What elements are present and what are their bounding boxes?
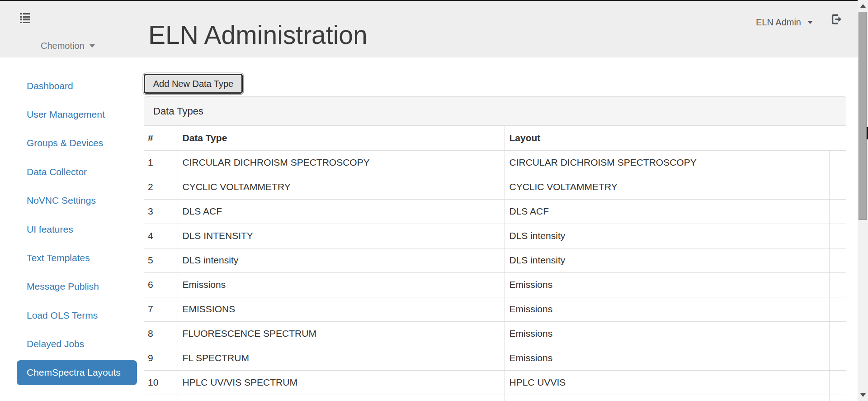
cell-layout: Emissions <box>505 272 829 297</box>
add-new-data-type-button[interactable]: Add New Data Type <box>144 74 243 94</box>
sidebar-item-ui-features[interactable]: UI features <box>17 215 137 243</box>
cell-empty <box>505 395 829 401</box>
cell-data-type: DLS INTENSITY <box>178 224 505 248</box>
scroll-down-arrow-icon[interactable] <box>858 389 868 401</box>
table-body: 1CIRCULAR DICHROISM SPECTROSCOPYCIRCULAR… <box>144 150 846 401</box>
page-title: ELN Administration <box>148 20 368 50</box>
table-row: 3DLS ACFDLS ACF <box>144 199 846 224</box>
cell-data-type: CIRCULAR DICHROISM SPECTROSCOPY <box>178 150 505 175</box>
sidebar-item-label: Message Publish <box>27 281 99 292</box>
scroll-up-arrow-icon[interactable] <box>858 0 868 12</box>
cell-num: 6 <box>144 272 178 297</box>
table-row: 2CYCLIC VOLTAMMETRYCYCLIC VOLTAMMETRY <box>144 175 846 199</box>
user-menu-dropdown[interactable]: ELN Admin <box>756 16 813 29</box>
cell-data-type: EMISSIONS <box>178 297 505 321</box>
cell-layout: CYCLIC VOLTAMMETRY <box>505 175 829 199</box>
cell-data-type: CYCLIC VOLTAMMETRY <box>178 175 505 199</box>
cell-num: 9 <box>144 346 178 370</box>
table-row: 8FLUORESCENCE SPECTRUMEmissions <box>144 321 846 346</box>
cell-actions <box>829 199 846 224</box>
data-types-table: #Data TypeLayout 1CIRCULAR DICHROISM SPE… <box>144 126 846 401</box>
cell-actions <box>829 150 846 175</box>
table-row: 6EmissionsEmissions <box>144 272 846 297</box>
table-row: 4DLS INTENSITYDLS intensity <box>144 224 846 248</box>
cell-data-type: DLS ACF <box>178 199 505 224</box>
cell-layout: Emissions <box>505 321 829 346</box>
sidebar-item-groups-devices[interactable]: Groups & Devices <box>17 129 137 158</box>
cell-data-type: HPLC UV/VIS SPECTRUM <box>178 370 505 395</box>
cell-num: 3 <box>144 199 178 224</box>
user-menu-label: ELN Admin <box>756 16 801 29</box>
brand-dropdown[interactable]: Chemotion <box>41 40 95 51</box>
sidebar-item-text-templates[interactable]: Text Templates <box>17 243 137 272</box>
sidebar-item-label: User Management <box>27 109 105 120</box>
sidebar-item-data-collector[interactable]: Data Collector <box>17 158 137 186</box>
cell-empty <box>178 395 505 401</box>
cell-empty <box>144 395 178 401</box>
sidebar-item-user-management[interactable]: User Management <box>17 100 137 129</box>
column-header-: # <box>144 126 178 150</box>
cell-data-type: FL SPECTRUM <box>178 346 505 370</box>
sidebar-item-novnc-settings[interactable]: NoVNC Settings <box>17 186 137 215</box>
cell-actions <box>829 175 846 199</box>
cell-actions <box>829 272 846 297</box>
sidebar-item-label: UI features <box>27 224 73 235</box>
sidebar-item-chemspectra-layouts[interactable]: ChemSpectra Layouts <box>17 360 137 385</box>
cell-num: 4 <box>144 224 178 248</box>
sign-out-icon[interactable] <box>831 14 842 24</box>
sidebar-item-label: Data Collector <box>27 167 87 177</box>
cell-actions <box>829 346 846 370</box>
cell-actions <box>829 224 846 248</box>
table-row: 5DLS intensityDLS intensity <box>144 248 846 272</box>
list-icon[interactable] <box>20 13 30 23</box>
table-header-row: #Data TypeLayout <box>144 126 846 150</box>
cell-layout: Emissions <box>505 297 829 321</box>
vertical-scrollbar[interactable] <box>858 0 868 401</box>
panel-heading: Data Types <box>144 97 846 126</box>
scrollbar-thumb[interactable] <box>859 12 867 220</box>
cell-data-type: Emissions <box>178 272 505 297</box>
column-header-actions <box>829 126 846 150</box>
sidebar-item-label: NoVNC Settings <box>27 195 96 206</box>
cell-num: 1 <box>144 150 178 175</box>
window-top-edge <box>0 0 868 1</box>
sidebar-item-message-publish[interactable]: Message Publish <box>17 272 137 301</box>
sidebar-item-label: Groups & Devices <box>27 138 103 148</box>
cell-num: 8 <box>144 321 178 346</box>
sidebar-item-delayed-jobs[interactable]: Delayed Jobs <box>17 330 137 358</box>
table-row: 10HPLC UV/VIS SPECTRUMHPLC UVVIS <box>144 370 846 395</box>
cell-layout: HPLC UVVIS <box>505 370 829 395</box>
table-row-partial <box>144 395 846 401</box>
sidebar-item-dashboard[interactable]: Dashboard <box>17 72 137 100</box>
cell-num: 10 <box>144 370 178 395</box>
sidebar-item-label: ChemSpectra Layouts <box>27 367 121 378</box>
caret-down-icon <box>90 44 95 48</box>
brand-label: Chemotion <box>41 40 85 51</box>
panel-title: Data Types <box>153 105 203 117</box>
cell-data-type: FLUORESCENCE SPECTRUM <box>178 321 505 346</box>
cell-actions <box>829 248 846 272</box>
cell-data-type: DLS intensity <box>178 248 505 272</box>
cell-layout: CIRCULAR DICHROISM SPECTROSCOPY <box>505 150 829 175</box>
eln-admin-page: Chemotion ELN Administration ELN Admin D… <box>0 0 868 401</box>
sidebar-item-label: Delayed Jobs <box>27 339 84 349</box>
table-row: 7EMISSIONSEmissions <box>144 297 846 321</box>
column-header-data-type: Data Type <box>178 126 505 150</box>
cell-layout: DLS ACF <box>505 199 829 224</box>
cell-layout: DLS intensity <box>505 224 829 248</box>
column-header-layout: Layout <box>505 126 829 150</box>
cell-actions <box>829 297 846 321</box>
cell-actions <box>829 370 846 395</box>
data-types-panel: Data Types #Data TypeLayout 1CIRCULAR DI… <box>144 96 846 401</box>
cell-layout: DLS intensity <box>505 248 829 272</box>
sidebar-item-label: Text Templates <box>27 253 90 263</box>
sidebar-nav: DashboardUser ManagementGroups & Devices… <box>17 72 137 387</box>
sidebar-item-label: Dashboard <box>27 81 73 91</box>
sidebar-item-load-ols-terms[interactable]: Load OLS Terms <box>17 301 137 329</box>
table-row: 9FL SPECTRUMEmissions <box>144 346 846 370</box>
cell-actions <box>829 321 846 346</box>
cell-empty <box>829 395 846 401</box>
cell-num: 5 <box>144 248 178 272</box>
cell-num: 2 <box>144 175 178 199</box>
caret-down-icon <box>807 21 813 24</box>
